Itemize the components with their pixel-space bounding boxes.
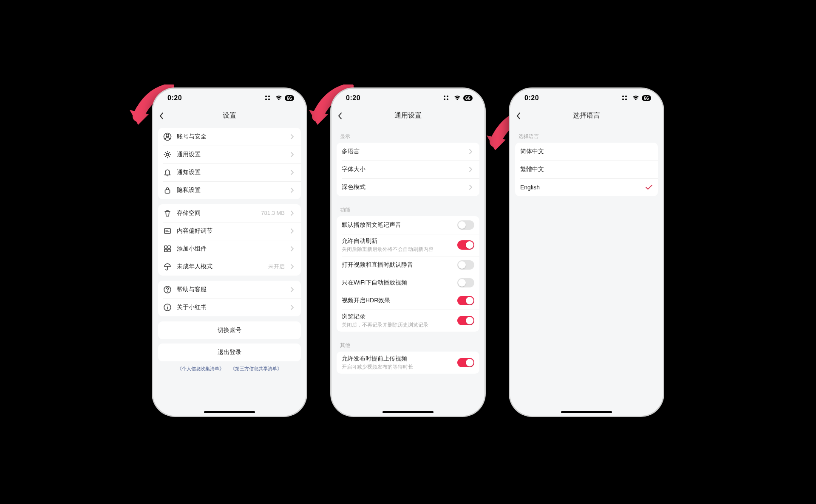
- display-row-0[interactable]: 多语言: [337, 143, 479, 160]
- cellular-icon: [444, 96, 451, 101]
- trash-icon: [163, 209, 172, 217]
- status-time: 0:20: [346, 94, 360, 102]
- chevron-right-icon: [290, 304, 296, 310]
- func-row-5: 浏览记录关闭后，不再记录并删除历史浏览记录: [337, 310, 479, 332]
- settings-row2-3[interactable]: 未成年人模式未开启: [158, 258, 301, 276]
- chevron-right-icon: [290, 287, 296, 293]
- chevron-right-icon: [468, 184, 474, 190]
- row-label: 打开视频和直播时默认静音: [342, 261, 452, 269]
- svg-point-12: [167, 305, 168, 306]
- toggle[interactable]: [457, 278, 474, 287]
- settings-row3-0[interactable]: 帮助与客服: [158, 281, 301, 298]
- sliders-icon: [163, 227, 172, 235]
- wifi-icon: [632, 96, 639, 101]
- help-icon: [163, 285, 172, 294]
- status-bar: 0:20 66: [153, 89, 306, 107]
- umbrella-icon: [163, 262, 172, 271]
- svg-rect-3: [165, 190, 170, 193]
- settings-row3-1[interactable]: 关于小红书: [158, 298, 301, 316]
- row-label: English: [520, 184, 640, 191]
- display-row-1[interactable]: 字体大小: [337, 160, 479, 178]
- chevron-right-icon: [290, 152, 296, 158]
- settings-row2-0[interactable]: 存储空间781.3 MB: [158, 204, 301, 222]
- info-icon: [163, 303, 172, 312]
- title-bar: 选择语言: [510, 107, 663, 124]
- row-label: 浏览记录: [342, 313, 452, 321]
- row-label: 默认播放图文笔记声音: [342, 221, 452, 229]
- section-other: 其他: [337, 337, 479, 352]
- toggle[interactable]: [457, 220, 474, 230]
- language-option-2[interactable]: English: [515, 178, 658, 196]
- row-value: 781.3 MB: [261, 210, 285, 216]
- lock-icon: [163, 186, 172, 194]
- user-icon: [163, 132, 172, 141]
- row-label: 隐私设置: [177, 186, 285, 194]
- battery-icon: 66: [463, 95, 473, 101]
- wifi-icon: [454, 96, 461, 101]
- toggle[interactable]: [457, 296, 474, 305]
- language-option-0[interactable]: 简体中文: [515, 143, 658, 160]
- section-language: 选择语言: [515, 128, 658, 143]
- row-label: 内容偏好调节: [177, 227, 285, 235]
- title-bar: 设置: [153, 107, 306, 124]
- row-label: 繁體中文: [520, 166, 653, 173]
- status-time: 0:20: [524, 94, 539, 102]
- settings-row-3[interactable]: 隐私设置: [158, 181, 301, 199]
- settings-row-1[interactable]: 通用设置: [158, 146, 301, 163]
- func-row-1: 允许自动刷新关闭后除重新启动外将不会自动刷新内容: [337, 234, 479, 256]
- battery-icon: 66: [285, 95, 294, 101]
- back-button[interactable]: [337, 112, 348, 120]
- logout-button[interactable]: 退出登录: [158, 344, 301, 361]
- svg-point-0: [166, 134, 169, 136]
- page-title: 设置: [169, 111, 290, 120]
- func-row-2: 打开视频和直播时默认静音: [337, 256, 479, 274]
- row-sublabel: 关闭后，不再记录并删除历史浏览记录: [342, 322, 452, 328]
- footer-links: 《个人信息收集清单》 《第三方信息共享清单》: [158, 366, 301, 372]
- row-label: 通用设置: [177, 151, 285, 158]
- toggle[interactable]: [457, 316, 474, 325]
- row-label: 存储空间: [177, 209, 256, 217]
- cellular-icon: [265, 96, 273, 101]
- phone-settings: 0:20 66 设置 账号与安全通用设置通知设置隐私设置 存储空间781.3 M…: [153, 89, 306, 416]
- display-row-2[interactable]: 深色模式: [337, 178, 479, 196]
- back-button[interactable]: [516, 112, 526, 120]
- privacy-link-1[interactable]: 《个人信息收集清单》: [177, 366, 224, 371]
- svg-point-10: [167, 291, 168, 292]
- chevron-right-icon: [468, 166, 474, 172]
- row-label: 账号与安全: [177, 133, 285, 141]
- toggle[interactable]: [457, 240, 474, 250]
- row-label: 添加小组件: [177, 245, 285, 253]
- chevron-left-icon: [337, 112, 343, 120]
- func-row-4: 视频开启HDR效果: [337, 292, 479, 310]
- status-bar: 0:20 66: [510, 89, 663, 107]
- switch-account-button[interactable]: 切换账号: [158, 321, 301, 339]
- row-label: 帮助与客服: [177, 286, 285, 293]
- toggle[interactable]: [457, 260, 474, 270]
- page-title: 选择语言: [526, 111, 647, 120]
- settings-row-0[interactable]: 账号与安全: [158, 128, 301, 146]
- chevron-right-icon: [290, 210, 296, 216]
- chevron-left-icon: [159, 112, 164, 120]
- row-label: 只在WiFi下自动播放视频: [342, 279, 452, 287]
- page-title: 通用设置: [348, 111, 468, 120]
- chevron-right-icon: [290, 246, 296, 252]
- svg-point-2: [166, 153, 169, 156]
- svg-rect-5: [164, 246, 167, 248]
- home-indicator[interactable]: [561, 411, 612, 413]
- settings-row-2[interactable]: 通知设置: [158, 163, 301, 181]
- chevron-right-icon: [290, 264, 296, 270]
- settings-row2-2[interactable]: 添加小组件: [158, 240, 301, 258]
- chevron-right-icon: [290, 228, 296, 234]
- svg-rect-4: [164, 228, 170, 234]
- home-indicator[interactable]: [382, 411, 434, 413]
- func-row-3: 只在WiFi下自动播放视频: [337, 274, 479, 292]
- back-button[interactable]: [159, 112, 169, 120]
- privacy-link-2[interactable]: 《第三方信息共享清单》: [230, 366, 282, 371]
- phone-general-settings: 0:20 66 通用设置 显示 多语言字体大小深色模式 功能 默认播放图文笔记声…: [332, 89, 484, 416]
- settings-row2-1[interactable]: 内容偏好调节: [158, 222, 301, 240]
- row-value: 未开启: [268, 263, 285, 270]
- toggle[interactable]: [457, 358, 474, 367]
- other-row-0: 允许发布时提前上传视频开启可减少视频发布的等待时长: [337, 352, 479, 374]
- home-indicator[interactable]: [204, 411, 255, 413]
- language-option-1[interactable]: 繁體中文: [515, 160, 658, 178]
